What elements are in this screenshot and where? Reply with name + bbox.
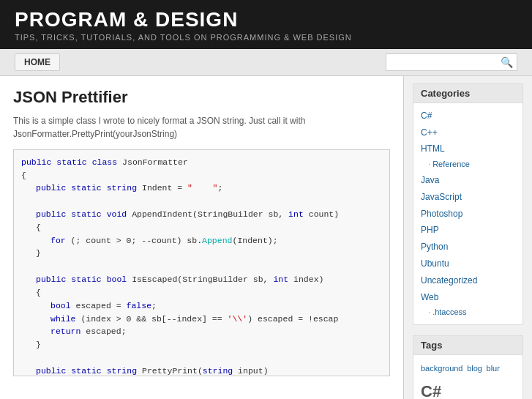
category-javascript[interactable]: JavaScript (421, 189, 515, 206)
category-python[interactable]: Python (421, 239, 515, 256)
category-java[interactable]: Java (421, 172, 515, 189)
category-ubuntu[interactable]: Ubuntu (421, 256, 515, 272)
tags-box: Tags background blog blur C# cpanel cut … (413, 335, 523, 399)
main-content: JSON Prettifier This is a simple class I… (0, 76, 404, 399)
page-intro: This is a simple class I wrote to nicely… (13, 114, 390, 141)
site-title: PROGRAM & DESIGN (15, 9, 517, 31)
category-photoshop[interactable]: Photoshop (421, 206, 515, 223)
tags-list: background blog blur C# cpanel cut datab… (413, 355, 522, 399)
category-html[interactable]: HTML (421, 141, 515, 157)
category-uncategorized[interactable]: Uncategorized (421, 272, 515, 289)
tag-csharp[interactable]: C# (421, 382, 441, 399)
page-title: JSON Prettifier (13, 88, 390, 107)
category-php[interactable]: PHP (421, 222, 515, 239)
search-input[interactable] (391, 57, 501, 67)
tag-blog[interactable]: blog (467, 364, 482, 373)
categories-list: C# C++ HTML Reference Java JavaScript Ph… (413, 103, 522, 324)
site-tagline: TIPS, TRICKS, TUTORIALS, AND TOOLS ON PR… (15, 33, 517, 42)
category-csharp[interactable]: C# (421, 108, 515, 124)
sidebar: Categories C# C++ HTML Reference Java Ja… (404, 76, 532, 399)
search-bar: 🔍 (386, 53, 517, 71)
tag-blur[interactable]: blur (487, 364, 500, 373)
tag-background[interactable]: background (421, 364, 463, 373)
category-web[interactable]: Web (421, 289, 515, 306)
site-header: Subscribe via RSS PROGRAM & DESIGN TIPS,… (0, 0, 532, 49)
category-cpp[interactable]: C++ (421, 124, 515, 141)
category-web-htaccess[interactable]: .htaccess (421, 305, 515, 320)
navbar: HOME 🔍 (0, 49, 532, 76)
code-block: public static class JsonFormatter { publ… (13, 149, 390, 376)
home-button[interactable]: HOME (15, 53, 60, 71)
search-icon[interactable]: 🔍 (501, 56, 513, 68)
category-html-reference[interactable]: Reference (421, 157, 515, 172)
tags-title: Tags (413, 336, 522, 355)
categories-box: Categories C# C++ HTML Reference Java Ja… (413, 83, 523, 325)
categories-title: Categories (413, 84, 522, 103)
code-scroll[interactable]: public static class JsonFormatter { publ… (14, 150, 389, 376)
